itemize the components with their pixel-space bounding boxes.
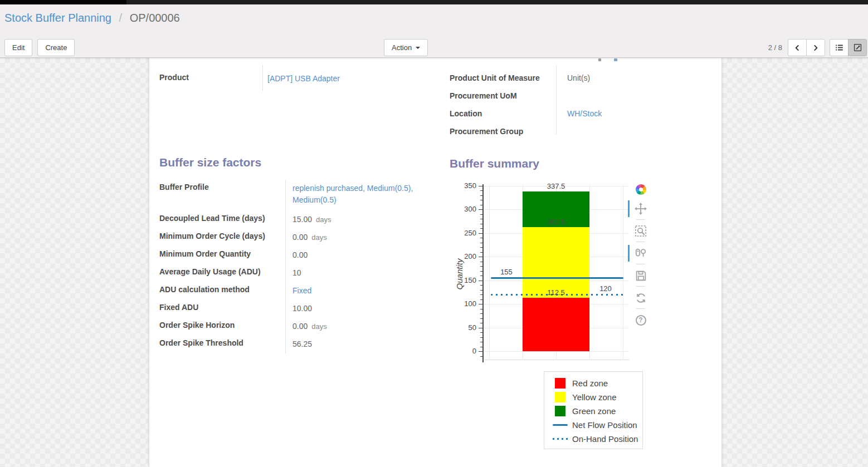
y-tick-minor: [480, 262, 482, 262]
control-panel: Stock Buffer Planning / OP/00006 Edit Cr…: [0, 4, 868, 58]
modebar-separator: [636, 219, 645, 220]
list-view-icon: [835, 43, 843, 52]
field-label: Average Daily Usage (ADU): [159, 264, 285, 282]
legend-item[interactable]: Green zone: [552, 404, 642, 418]
field-label: Order Spike Threshold: [159, 336, 285, 353]
y-tick-minor: [480, 294, 482, 295]
field-value-cell: 0.00days: [285, 229, 426, 247]
y-tick-minor: [480, 195, 482, 196]
chart-help-button[interactable]: ?: [633, 313, 648, 327]
yellow-zone-swatch: [552, 392, 568, 402]
field-value: 0.00: [292, 249, 308, 261]
field-value: Unit(s): [567, 73, 590, 89]
y-tick-minor: [480, 214, 482, 215]
modebar-separator: [636, 242, 645, 242]
gridline-vertical: [589, 184, 590, 360]
field-label: ADU calculation method: [159, 282, 285, 300]
line-value-label: 120: [593, 284, 618, 293]
y-tick-major: [479, 209, 482, 210]
legend-swatch-mark: [553, 424, 568, 426]
field-value[interactable]: replenish purchased, Medium(0.5), Medium…: [292, 183, 426, 206]
y-tick-minor: [480, 228, 482, 229]
field-value-cell: 0.00days: [285, 318, 426, 336]
field-value-cell: Fixed: [285, 282, 426, 300]
view-switcher: [830, 39, 867, 56]
field-value: 0.00: [292, 321, 308, 332]
net-flow-position-swatch: [552, 424, 568, 426]
form-sheet: Product [ADPT] USB Adapter Product Unit …: [149, 58, 722, 467]
form-view-button[interactable]: [848, 39, 867, 56]
action-dropdown-button[interactable]: Action: [384, 39, 428, 56]
y-tick-major: [479, 233, 482, 234]
zone-total-label: 337.5: [523, 182, 589, 190]
help-icon: ?: [636, 315, 646, 326]
modebar-separator: [636, 286, 645, 287]
y-tick-minor: [480, 290, 482, 291]
y-tick-major: [479, 186, 482, 186]
y-tick-minor: [480, 219, 482, 219]
y-tick-minor: [480, 337, 482, 338]
breadcrumb-parent-link[interactable]: Stock Buffer Planning: [4, 12, 111, 24]
y-tick-minor: [480, 243, 482, 243]
modebar-separator: [636, 308, 645, 309]
y-tick-label: 350: [452, 181, 476, 190]
action-area: Action: [384, 39, 428, 56]
field-value-cell: 15.00days: [285, 211, 426, 229]
pager-next-button[interactable]: [806, 39, 825, 56]
y-tick-label: 100: [452, 299, 476, 308]
field-label: Procurement Group: [450, 127, 556, 142]
y-tick-minor: [480, 238, 482, 238]
y-tick-major: [479, 304, 482, 304]
legend-label: Net Flow Position: [572, 420, 637, 430]
pager-value: 2 / 8: [768, 43, 782, 52]
save-chart-button[interactable]: [633, 269, 648, 282]
column-separator: [262, 65, 263, 91]
product-right-column: Product Unit of MeasureUnit(s)Procuremen…: [450, 71, 717, 142]
field-unit: days: [311, 232, 326, 243]
chart-modebar: ?: [632, 183, 649, 333]
field-value: 0.00: [292, 232, 308, 243]
field-row: Order Spike Horizon0.00days: [159, 318, 426, 336]
legend-item[interactable]: Net Flow Position: [552, 418, 642, 432]
buffer-factors-table: Buffer Profilereplenish purchased, Mediu…: [159, 180, 426, 353]
field-value[interactable]: WH/Stock: [567, 109, 602, 124]
field-label: Procurement UoM: [450, 91, 556, 106]
line-value-label: 155: [494, 268, 519, 276]
form-buttons: Edit Create: [4, 39, 75, 56]
edit-button[interactable]: Edit: [4, 39, 32, 56]
legend-swatch-mark: [555, 406, 565, 416]
y-tick-minor: [480, 347, 482, 347]
legend-item[interactable]: Red zone: [552, 376, 642, 390]
top-menu-active-segment: [0, 0, 126, 4]
box-zoom-tool-button[interactable]: [633, 224, 648, 238]
gridline-vertical: [489, 184, 490, 360]
gridline-vertical: [623, 184, 623, 360]
legend-label: Red zone: [572, 378, 608, 388]
legend-label: On-Hand Position: [572, 434, 638, 444]
y-tick-minor: [480, 313, 482, 314]
reset-axes-button[interactable]: [633, 291, 648, 304]
compare-hover-tool-button[interactable]: [633, 247, 648, 260]
list-view-button[interactable]: [830, 39, 849, 56]
plotly-logo-icon[interactable]: [633, 183, 648, 196]
y-tick-major: [479, 281, 482, 281]
field-value-cell: 56.25: [285, 336, 426, 353]
field-row: Procurement UoM: [450, 89, 717, 106]
y-tick-label: 0: [452, 347, 476, 355]
save-icon: [635, 270, 647, 282]
chart-y-axis: [482, 184, 484, 362]
breadcrumb: Stock Buffer Planning / OP/00006: [4, 12, 180, 24]
pager-previous-button[interactable]: [788, 39, 807, 56]
field-value[interactable]: Fixed: [292, 285, 311, 297]
create-button[interactable]: Create: [37, 39, 75, 56]
compare-data-icon: [635, 247, 647, 259]
pan-tool-button[interactable]: [633, 202, 648, 215]
legend-item[interactable]: On-Hand Position: [552, 432, 642, 446]
chevron-right-icon: [812, 44, 820, 52]
product-value-link[interactable]: [ADPT] USB Adapter: [267, 74, 340, 83]
field-label: Buffer Profile: [159, 180, 285, 211]
y-tick-minor: [480, 224, 482, 224]
legend-item[interactable]: Yellow zone: [552, 390, 642, 404]
y-tick-minor: [480, 309, 482, 309]
pager-and-view-switcher: 2 / 8: [768, 39, 867, 56]
